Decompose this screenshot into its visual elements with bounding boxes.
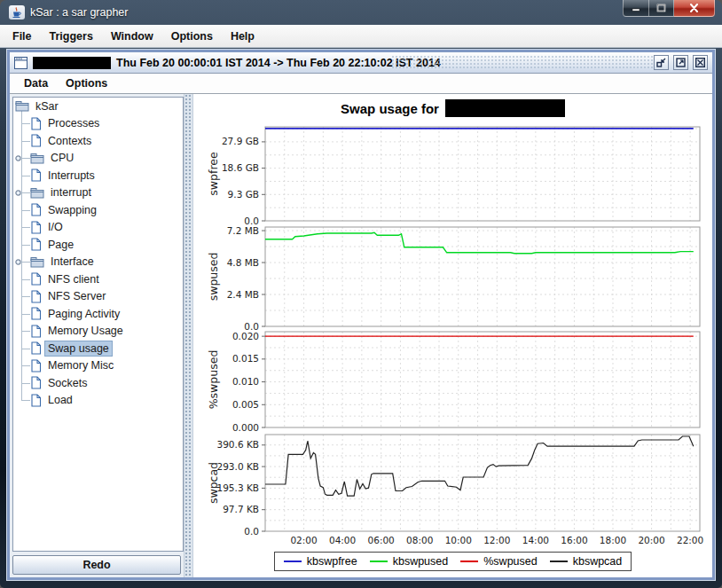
y-tick-label: 390.6 KB (217, 439, 260, 450)
close-icon (689, 4, 699, 12)
internal-menu-item-data[interactable]: Data (15, 74, 57, 93)
redo-button[interactable]: Redo (12, 555, 181, 575)
chart-pct-swpused[interactable]: 0.0000.0050.0100.0150.020%swpused (193, 332, 712, 427)
tree-item-label: Swapping (45, 203, 99, 217)
x-tick-label: 20:00 (638, 535, 664, 545)
y-tick-label: 18.6 GB (222, 162, 259, 173)
expand-handle-icon[interactable] (15, 258, 29, 266)
file-icon (30, 117, 42, 130)
expand-handle-icon[interactable] (15, 154, 29, 162)
tree-item-swapping[interactable]: Swapping (13, 201, 183, 219)
menu-item-window[interactable]: Window (102, 25, 162, 47)
tree-item-label: Memory Misc (45, 358, 116, 372)
tree-item-sockets[interactable]: Sockets (13, 374, 183, 392)
maximize-icon (656, 4, 666, 12)
internal-frame-body: kSarProcessesContextsCPUInterruptsinterr… (10, 94, 712, 577)
menu-item-help[interactable]: Help (222, 25, 263, 47)
chart-title-text: Swap usage for (341, 101, 439, 116)
tree-item-label: Processes (45, 116, 102, 130)
tree-item-label: NFS Server (45, 289, 108, 303)
y-tick-label: 0.000 (232, 422, 259, 433)
y-tick-label: 2.4 MB (227, 289, 259, 300)
tree-item-paging-activity[interactable]: Paging Activity (13, 305, 183, 323)
tree-item-label: kSar (33, 99, 61, 114)
internal-maximize-button[interactable] (673, 55, 688, 70)
file-icon (30, 359, 42, 372)
legend-item-swpused: %swpused (460, 555, 537, 568)
x-tick-label: 16:00 (561, 535, 587, 545)
tree-item-label: Sockets (45, 376, 90, 390)
redacted-hostname-chart (445, 99, 565, 117)
x-tick-label: 10:00 (445, 535, 472, 545)
internal-frame-titlebar[interactable]: Thu Feb 20 00:00:01 IST 2014 -> Thu Feb … (10, 52, 712, 74)
java-cup-icon (12, 7, 22, 18)
tree-branch-line (21, 331, 30, 332)
x-tick-label: 02:00 (290, 535, 317, 545)
tree-item-i-o[interactable]: I/O (13, 219, 183, 237)
tree-item-memory-misc[interactable]: Memory Misc (13, 357, 183, 375)
tree-branch-line (21, 365, 30, 366)
x-tick-label: 22:00 (677, 535, 703, 545)
y-axis-title: swpcad (207, 462, 220, 504)
menu-item-options[interactable]: Options (162, 25, 222, 47)
chart-swpcad[interactable]: 0.097.7 KB195.3 KB293.0 KB390.6 KBswpcad… (193, 435, 712, 547)
tree-item-ksar[interactable]: kSar (13, 98, 183, 115)
tree-branch-line (21, 210, 30, 211)
tree-item-swap-usage[interactable]: Swap usage (13, 340, 183, 357)
tree-branch-line (21, 296, 30, 297)
tree-branch-line (21, 141, 30, 142)
chart-swpused[interactable]: 0.02.4 MB4.8 MB7.2 MBswpused (193, 227, 712, 326)
legend-label: kbswpused (393, 555, 449, 568)
internal-frame-controls (654, 55, 708, 70)
java-app-icon (9, 5, 25, 20)
maximize-button[interactable] (649, 0, 674, 17)
file-icon (30, 307, 42, 320)
tree-item-interrupt[interactable]: interrupt (13, 184, 183, 202)
x-tick-label: 12:00 (483, 535, 510, 545)
menubar: FileTriggersWindowOptionsHelp (0, 25, 722, 48)
chart-swpfree[interactable]: 0.09.3 GB18.6 GB27.9 GBswpfree (193, 127, 712, 221)
tree-item-nfs-client[interactable]: NFS client (13, 270, 183, 288)
file-icon (30, 134, 42, 147)
tree-item-processes[interactable]: Processes (13, 115, 183, 133)
tree-item-label: NFS client (45, 272, 102, 286)
tree-item-nfs-server[interactable]: NFS Server (13, 288, 183, 306)
menu-item-file[interactable]: File (4, 25, 41, 47)
y-tick-label: 195.3 KB (217, 482, 260, 493)
chart-title: Swap usage for (193, 99, 712, 117)
tree-item-load[interactable]: Load (13, 392, 183, 410)
tree-branch-line (21, 400, 30, 401)
tree-branch-line (21, 349, 30, 349)
tree-item-interrupts[interactable]: Interrupts (13, 167, 183, 184)
tree-item-cpu[interactable]: CPU (13, 150, 183, 168)
file-icon (30, 341, 42, 355)
graph-internal-frame: Thu Feb 20 00:00:01 IST 2014 -> Thu Feb … (7, 50, 715, 580)
legend-label: kbswpfree (307, 555, 357, 568)
x-tick-label: 04:00 (329, 535, 356, 545)
file-icon (30, 290, 42, 303)
legend-wrap: kbswpfreekbswpused%swpusedkbswpcad (193, 552, 712, 571)
tree-item-page[interactable]: Page (13, 236, 183, 254)
tree-item-interface[interactable]: Interface (13, 254, 183, 271)
tree-item-label: Swap usage (45, 341, 112, 356)
tree-branch-line (21, 227, 30, 228)
menu-item-triggers[interactable]: Triggers (41, 25, 102, 47)
x-tick-label: 14:00 (522, 535, 549, 545)
minimize-button[interactable] (623, 0, 649, 17)
y-tick-label: 4.8 MB (227, 257, 259, 268)
tree-item-memory-usage[interactable]: Memory Usage (13, 323, 183, 341)
folder-icon (30, 256, 44, 268)
close-button[interactable] (674, 0, 715, 17)
internal-maximize-icon (676, 58, 686, 67)
internal-minimize-button[interactable] (654, 55, 669, 70)
internal-minimize-icon (656, 58, 666, 67)
y-tick-label: 0.005 (232, 399, 259, 410)
legend-line-swatch (370, 561, 388, 562)
tree-branch-line (21, 383, 30, 384)
file-icon (30, 272, 42, 286)
tree-item-contexts[interactable]: Contexts (13, 132, 183, 150)
expand-handle-icon[interactable] (15, 189, 29, 197)
split-pane-divider[interactable] (184, 94, 193, 577)
internal-close-button[interactable] (693, 55, 708, 70)
internal-menu-item-options[interactable]: Options (57, 74, 116, 93)
